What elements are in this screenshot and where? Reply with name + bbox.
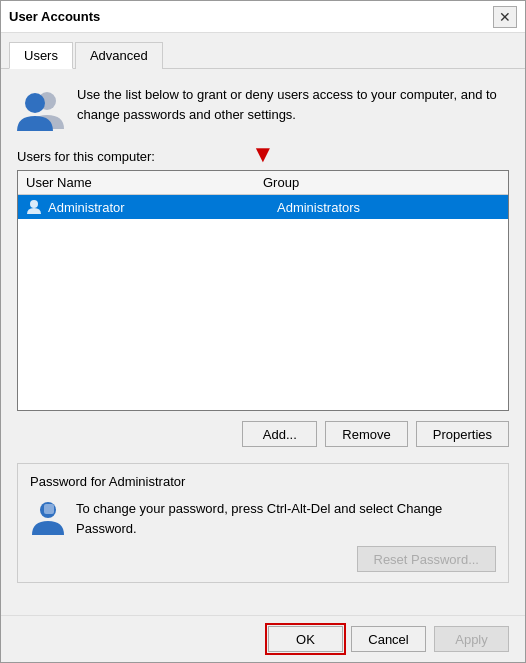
apply-button[interactable]: Apply (434, 626, 509, 652)
list-items: Administrator Administrators (18, 195, 508, 219)
password-title: Password for Administrator (30, 474, 496, 489)
properties-button[interactable]: Properties (416, 421, 509, 447)
list-item-group: Administrators (277, 200, 500, 215)
user-accounts-dialog: User Accounts ✕ Users Advanced (0, 0, 526, 663)
svg-point-2 (30, 200, 38, 208)
info-text: Use the list below to grant or deny user… (77, 85, 509, 124)
col-header-username: User Name (26, 175, 263, 190)
tab-users[interactable]: Users (9, 42, 73, 69)
password-text: To change your password, press Ctrl-Alt-… (76, 499, 496, 538)
user-list-buttons: Add... Remove Properties (17, 421, 509, 447)
users-icon (17, 85, 65, 133)
dialog-footer: OK Cancel Apply (1, 615, 525, 662)
tab-advanced[interactable]: Advanced (75, 42, 163, 69)
reset-password-button[interactable]: Reset Password... (357, 546, 497, 572)
dialog-title: User Accounts (9, 9, 100, 24)
svg-rect-4 (44, 504, 54, 514)
tabs-container: Users Advanced (1, 33, 525, 69)
password-icon (30, 499, 66, 535)
close-button[interactable]: ✕ (493, 6, 517, 28)
title-bar-controls: ✕ (493, 6, 517, 28)
list-header: User Name Group (18, 171, 508, 195)
ok-button[interactable]: OK (268, 626, 343, 652)
password-info: To change your password, press Ctrl-Alt-… (30, 499, 496, 538)
info-section: Use the list below to grant or deny user… (17, 85, 509, 133)
add-button[interactable]: Add... (242, 421, 317, 447)
col-header-group: Group (263, 175, 500, 190)
cancel-button[interactable]: Cancel (351, 626, 426, 652)
password-section: Password for Administrator To change you… (17, 463, 509, 583)
remove-button[interactable]: Remove (325, 421, 407, 447)
list-item[interactable]: Administrator Administrators (18, 195, 508, 219)
user-list-container: User Name Group Administrator Administra… (17, 170, 509, 411)
main-content: Use the list below to grant or deny user… (1, 69, 525, 615)
user-row-icon (26, 199, 42, 215)
password-btn-row: Reset Password... (30, 546, 496, 572)
arrow-indicator: ▼ (251, 142, 275, 166)
title-bar: User Accounts ✕ (1, 1, 525, 33)
list-item-name: Administrator (48, 200, 271, 215)
svg-point-1 (25, 93, 45, 113)
